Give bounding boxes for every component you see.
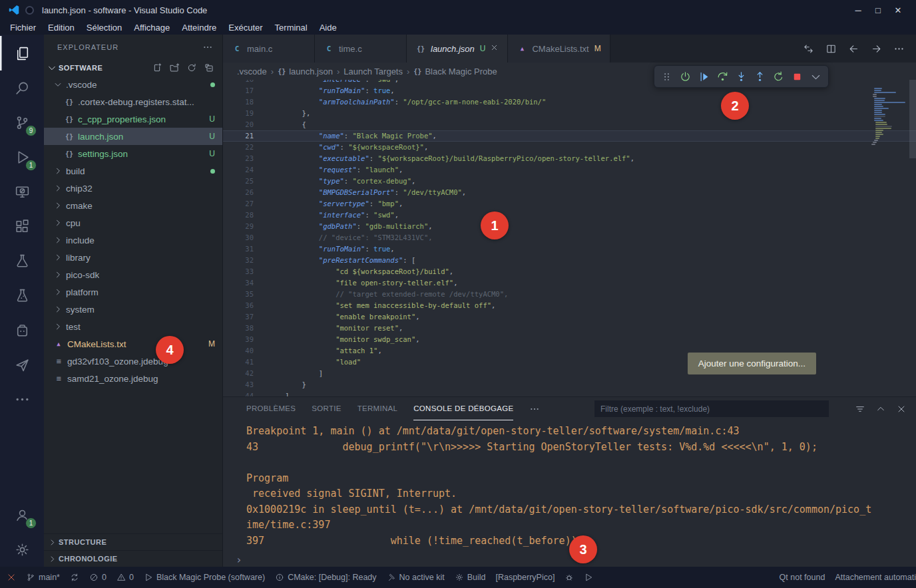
tab-cmakelists-txt[interactable]: ▲CMakeLists.txtM — [508, 35, 610, 63]
panel-more-icon[interactable] — [529, 404, 540, 414]
statusbar-sync-changes[interactable] — [70, 573, 79, 582]
debug-more-button[interactable] — [807, 67, 825, 86]
step-into-button[interactable] — [732, 67, 750, 86]
window-minimize-button[interactable]: ─ — [848, 0, 868, 20]
menu-affichage[interactable]: Affichage — [128, 20, 176, 35]
menu-atteindre[interactable]: Atteindre — [176, 20, 222, 35]
statusbar-cmake-debug[interactable] — [565, 573, 574, 582]
statusbar-debug-launch-config[interactable]: Black Magic Probe (software) — [144, 573, 265, 582]
breadcrumb-item-launch-json[interactable]: {}launch.json — [278, 67, 333, 76]
statusbar-cmake-build[interactable]: Build — [455, 573, 486, 582]
menu-aide[interactable]: Aide — [314, 20, 343, 35]
stop-button[interactable] — [788, 67, 806, 86]
minimap[interactable] — [870, 88, 908, 146]
refresh-explorer-icon[interactable] — [186, 63, 197, 73]
split-editor-icon[interactable] — [825, 43, 837, 55]
tree-item-platform[interactable]: platform — [44, 283, 222, 301]
tree-item-samd21-ozone-jdebug[interactable]: ≡samd21_ozone.jdebug — [44, 370, 222, 387]
statusbar-remote-status[interactable] — [7, 573, 16, 582]
code-editor[interactable]: 16 "interface": "swd",17 "runToMain": tr… — [223, 80, 916, 396]
continue-button[interactable] — [695, 67, 713, 86]
menu-edition[interactable]: Edition — [42, 20, 81, 35]
menu-s-lection[interactable]: Sélection — [81, 20, 128, 35]
tree-item-launch-json[interactable]: {}launch.jsonU — [44, 128, 222, 145]
explorer-more-icon[interactable] — [202, 42, 213, 53]
close-panel-icon[interactable] — [896, 404, 907, 414]
console-filter-input[interactable] — [594, 400, 829, 417]
activity-source-control[interactable]: 9 — [0, 105, 44, 140]
activity-remote-monitor[interactable] — [0, 174, 44, 209]
restart-button[interactable] — [770, 67, 788, 86]
tree-item-settings-json[interactable]: {}settings.jsonU — [44, 145, 222, 162]
breadcrumb-item-vscode[interactable]: .vscode — [237, 67, 267, 76]
new-folder-icon[interactable] — [169, 63, 180, 73]
more-actions-icon[interactable] — [893, 43, 905, 55]
breadcrumb-item-black-magic-probe[interactable]: {}Black Magic Probe — [413, 67, 497, 76]
statusbar-cmake-run[interactable] — [584, 573, 593, 582]
panel-tab-console-de-d-bogage[interactable]: CONSOLE DE DÉBOGAGE — [413, 397, 513, 420]
statusbar-cmake-status[interactable]: CMake: [Debug]: Ready — [275, 573, 376, 582]
add-configuration-button[interactable]: Ajouter une configuration... — [688, 353, 816, 374]
tree-item-pico-sdk[interactable]: pico-sdk — [44, 266, 222, 283]
panel-tab-terminal[interactable]: TERMINAL — [357, 397, 398, 420]
tree-item-cortex-debug-registers-stat[interactable]: {}.cortex-debug.registers.stat... — [44, 93, 222, 110]
open-changes-icon[interactable] — [803, 43, 814, 55]
navigate-back-icon[interactable] — [848, 43, 859, 55]
activity-send[interactable] — [0, 347, 44, 382]
activity-testing[interactable] — [0, 243, 44, 278]
menu-fichier[interactable]: Fichier — [4, 20, 42, 35]
tab-launch-json[interactable]: {}launch.jsonU — [407, 35, 508, 63]
activity-run-debug[interactable]: 1 — [0, 140, 44, 174]
drag-grip-button[interactable] — [658, 67, 676, 86]
activity-explorer[interactable] — [0, 36, 44, 71]
tree-item-cpu[interactable]: cpu — [44, 214, 222, 231]
section-structure[interactable]: STRUCTURE — [44, 533, 222, 550]
activity-more-views[interactable] — [0, 382, 44, 416]
collapse-folders-icon[interactable] — [204, 63, 214, 73]
statusbar-git-branch[interactable]: main* — [26, 573, 60, 582]
activity-extensions[interactable] — [0, 209, 44, 243]
activity-search[interactable] — [0, 71, 44, 105]
activity-account[interactable]: 1 — [0, 498, 44, 532]
tab-main-c[interactable]: Cmain.c — [223, 35, 315, 63]
tree-item-gd32vf103-ozone-jdebug[interactable]: ≡gd32vf103_ozone.jdebug — [44, 353, 222, 370]
close-tab-button[interactable] — [490, 43, 499, 54]
statusbar-cmake-target[interactable]: [RaspberryPico] — [495, 573, 555, 582]
tree-item-chip32[interactable]: chip32 — [44, 180, 222, 197]
scrollbar-thumb[interactable] — [909, 80, 916, 158]
tree-item-cmake[interactable]: cmake — [44, 197, 222, 214]
window-maximize-button[interactable]: □ — [868, 0, 888, 20]
activity-robot-jar[interactable] — [0, 313, 44, 347]
step-out-button[interactable] — [751, 67, 769, 86]
panel-tab-probl-mes[interactable]: PROBLÈMES — [246, 397, 296, 420]
workspace-section-header[interactable]: SOFTWARE — [44, 60, 222, 76]
statusbar-auto-attach[interactable]: Attachement automati — [835, 573, 916, 582]
breadcrumb-item-launch-targets[interactable]: Launch Targets — [344, 67, 403, 76]
tree-item-vscode[interactable]: .vscode — [44, 76, 222, 93]
filter-icon[interactable] — [855, 404, 865, 414]
panel-tab-sortie[interactable]: SORTIE — [312, 397, 341, 420]
tree-item-build[interactable]: build — [44, 162, 222, 180]
tree-item-test[interactable]: test — [44, 318, 222, 335]
statusbar-cmake-kit[interactable]: No active kit — [387, 573, 445, 582]
menu-ex-cuter[interactable]: Exécuter — [222, 20, 268, 35]
tree-item-system[interactable]: system — [44, 301, 222, 318]
tree-item-include[interactable]: include — [44, 231, 222, 249]
new-file-icon[interactable] — [152, 63, 162, 73]
menu-terminal[interactable]: Terminal — [269, 20, 314, 35]
navigate-forward-icon[interactable] — [871, 43, 882, 55]
power-button[interactable] — [676, 67, 694, 86]
statusbar-qt-status[interactable]: Qt not found — [780, 573, 825, 582]
tree-item-c-cpp-properties-json[interactable]: {}c_cpp_properties.jsonU — [44, 110, 222, 128]
activity-settings[interactable] — [0, 532, 44, 567]
activity-lab-flask[interactable] — [0, 278, 44, 313]
step-over-button[interactable] — [714, 67, 732, 86]
tree-item-cmakelists-txt[interactable]: ▲CMakeLists.txtM — [44, 335, 222, 353]
tab-time-c[interactable]: Ctime.c — [315, 35, 407, 63]
window-close-button[interactable]: ✕ — [888, 0, 908, 20]
maximize-panel-icon[interactable] — [875, 404, 886, 414]
tree-item-library[interactable]: library — [44, 249, 222, 266]
statusbar-warnings[interactable]: 0 — [116, 573, 134, 582]
debug-console-output[interactable]: Breakpoint 1, main () at /mnt/data/git/o… — [223, 420, 916, 552]
statusbar-errors[interactable]: 0 — [89, 573, 107, 582]
